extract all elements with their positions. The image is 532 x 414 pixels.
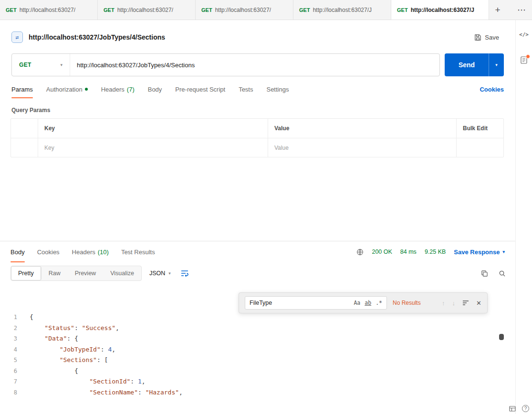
table-row: [11, 138, 503, 157]
response-tab-body[interactable]: Body: [10, 241, 25, 262]
code-line: 5 "Sections": [: [0, 355, 515, 366]
tab-options-button[interactable]: ⋯: [511, 0, 532, 20]
checkbox-column-header: [11, 119, 38, 138]
tab-url-label: http://localhost:63027/: [215, 7, 271, 13]
code-token: [30, 367, 74, 374]
tab-headers[interactable]: Headers (7): [101, 80, 135, 98]
find-input[interactable]: [250, 300, 349, 306]
param-value-input[interactable]: [274, 145, 450, 151]
request-tab-active[interactable]: GET http://localhost:63027/J: [391, 0, 489, 20]
method-select[interactable]: GET ▾: [12, 54, 70, 76]
save-response-button[interactable]: Save Response ▾: [454, 248, 505, 256]
code-token: "SectionId": [89, 378, 130, 385]
line-number: 7: [0, 376, 17, 387]
response-pane: Body Cookies Headers (10) Test Results 2…: [0, 241, 515, 414]
param-key-input[interactable]: [44, 145, 261, 151]
code-token: "JobTypeId": [60, 346, 101, 353]
code-token: ,: [179, 389, 183, 396]
view-pretty-button[interactable]: Pretty: [11, 266, 42, 280]
row-checkbox-cell: [11, 138, 38, 157]
request-title-row: ⇄ http://localhost:63027/JobTypes/4/Sect…: [11, 28, 504, 47]
format-select[interactable]: JSON ▾: [149, 270, 171, 277]
response-tab-test-results[interactable]: Test Results: [121, 241, 155, 262]
scrollbar-thumb[interactable]: [499, 334, 504, 340]
wrap-text-button[interactable]: [180, 269, 189, 277]
find-results-status: No Results: [393, 300, 421, 306]
line-number: 8: [0, 387, 17, 398]
view-visualize-button[interactable]: Visualize: [103, 266, 141, 280]
line-number: 4: [0, 344, 17, 355]
line-number: 5: [0, 355, 17, 366]
tab-params-label: Params: [11, 86, 33, 93]
tab-tests[interactable]: Tests: [239, 80, 253, 98]
tab-body[interactable]: Body: [148, 80, 162, 98]
code-token: ,: [112, 346, 115, 353]
send-label: Send: [445, 53, 489, 76]
save-response-label: Save Response: [454, 248, 500, 256]
bulk-edit-button[interactable]: Bulk Edit: [456, 119, 503, 138]
code-token: ,: [142, 378, 146, 385]
whole-word-toggle[interactable]: ab: [365, 300, 371, 306]
request-tab[interactable]: GET http://localhost:63027/: [0, 0, 98, 20]
match-case-toggle[interactable]: Aa: [354, 300, 360, 306]
documentation-icon[interactable]: [520, 56, 528, 64]
tab-authorization[interactable]: Authorization: [46, 80, 88, 98]
code-line: 8 "SectionName": "Hazards",: [0, 387, 515, 398]
code-snippet-icon[interactable]: </>: [519, 31, 529, 38]
tab-body-label: Body: [148, 86, 162, 93]
regex-toggle[interactable]: .*: [376, 300, 382, 306]
code-token: :: [101, 346, 108, 353]
find-close-button[interactable]: ✕: [476, 300, 481, 306]
cookies-link[interactable]: Cookies: [480, 86, 504, 93]
panel-layout-button[interactable]: [509, 406, 516, 412]
search-button[interactable]: [499, 270, 506, 277]
code-token: : [: [97, 356, 108, 363]
new-tab-button[interactable]: +: [489, 0, 506, 20]
request-tab[interactable]: GET http://localhost:63027/: [98, 0, 196, 20]
find-options-button[interactable]: [462, 300, 469, 306]
response-tab-headers[interactable]: Headers (10): [72, 241, 109, 262]
response-size: 9.25 KB: [425, 248, 446, 255]
format-label: JSON: [149, 270, 165, 277]
tab-method-label: GET: [104, 7, 115, 13]
response-tab-headers-label: Headers: [72, 248, 95, 256]
request-tab[interactable]: GET http://localhost:63027/: [196, 0, 293, 20]
view-raw-button[interactable]: Raw: [42, 266, 68, 280]
code-line: 7 "SectionId": 1,: [0, 376, 515, 387]
save-button[interactable]: Save: [469, 31, 504, 44]
chevron-down-icon: ▾: [502, 249, 505, 254]
send-options-button[interactable]: ▾: [489, 53, 504, 76]
tab-prerequest-label: Pre-request Script: [175, 86, 225, 93]
page-title: http://localhost:63027/JobTypes/4/Sectio…: [29, 33, 165, 41]
response-header: Body Cookies Headers (10) Test Results 2…: [0, 241, 515, 262]
response-tabs: Body Cookies Headers (10) Test Results: [10, 241, 155, 262]
response-headers-count: (10): [98, 248, 109, 256]
find-previous-button[interactable]: ↑: [442, 300, 445, 307]
view-preview-button[interactable]: Preview: [68, 266, 103, 280]
tab-prerequest-script[interactable]: Pre-request Script: [175, 80, 225, 98]
tab-settings[interactable]: Settings: [266, 80, 289, 98]
code-token: [30, 378, 89, 385]
request-tabs: Params Authorization Headers (7) Body Pr…: [11, 80, 504, 98]
save-icon: [474, 34, 481, 41]
code-token: [30, 356, 60, 363]
help-button[interactable]: ?: [522, 405, 529, 412]
response-tab-cookies[interactable]: Cookies: [37, 241, 60, 262]
key-column-header: Key: [38, 119, 268, 138]
url-box: GET ▾: [11, 53, 440, 76]
find-next-button[interactable]: ↓: [452, 300, 456, 307]
code-token: "Sections": [60, 356, 97, 363]
query-params-title: Query Params: [11, 107, 504, 114]
tab-headers-label: Headers: [101, 86, 125, 93]
code-line: 4 "JobTypeId": 4,: [0, 344, 515, 355]
copy-button[interactable]: [481, 270, 488, 277]
request-tab[interactable]: GET http://localhost:63027/J: [293, 0, 391, 20]
tab-url-label: http://localhost:63027/: [20, 7, 75, 13]
tab-bar: GET http://localhost:63027/ GET http://l…: [0, 0, 532, 20]
tab-params[interactable]: Params: [11, 80, 33, 98]
code-token: [30, 346, 60, 353]
code-token: "Hazards": [146, 389, 179, 396]
network-globe-icon[interactable]: [356, 248, 364, 256]
url-input[interactable]: [70, 54, 439, 76]
send-button[interactable]: Send ▾: [445, 53, 504, 76]
